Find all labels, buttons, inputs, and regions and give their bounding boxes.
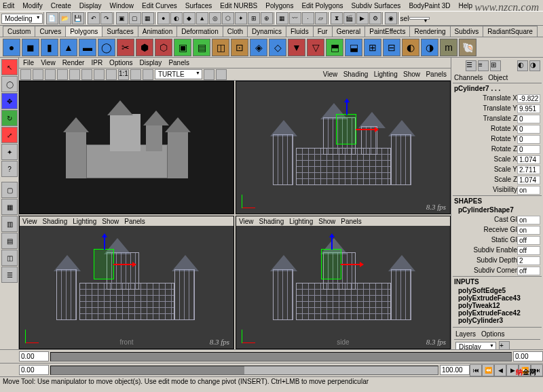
rv-pause-icon[interactable] bbox=[204, 69, 214, 80]
rv-render[interactable]: Render bbox=[62, 59, 85, 66]
ch-icon[interactable]: ◑ bbox=[529, 60, 540, 71]
lasso-tool[interactable]: ◯ bbox=[1, 76, 18, 92]
redo-icon[interactable]: ↷ bbox=[100, 12, 113, 24]
select-comp-icon[interactable]: ▦ bbox=[142, 12, 154, 24]
side-viewport[interactable]: View Shading Lighting Show Panels side 8… bbox=[236, 216, 451, 349]
render-globals-icon[interactable]: ⚙ bbox=[369, 12, 381, 24]
channel-row[interactable]: Scale X1.074 bbox=[453, 155, 542, 165]
mask-icon[interactable]: ⊕ bbox=[261, 12, 273, 24]
poly-tool-icon[interactable]: ▽ bbox=[307, 39, 324, 56]
play-start-icon[interactable]: ⏮ bbox=[470, 364, 482, 376]
tab-layers[interactable]: Layers bbox=[455, 330, 476, 338]
attr-value[interactable]: 9.951 bbox=[517, 104, 540, 113]
vp-show[interactable]: Show bbox=[102, 218, 119, 225]
menu-create[interactable]: Create bbox=[51, 2, 71, 9]
attr-value[interactable]: 0 bbox=[517, 145, 540, 154]
range-end-field[interactable]: 100.00 bbox=[440, 365, 470, 375]
mask-icon[interactable]: ◆ bbox=[183, 12, 195, 24]
poly-torus-icon[interactable]: ◯ bbox=[98, 39, 115, 56]
poly-tool-icon[interactable]: ⬓ bbox=[345, 39, 362, 56]
renderer-dropdown[interactable]: TURTLE bbox=[155, 69, 202, 79]
poly-cone-icon[interactable]: ▲ bbox=[60, 39, 77, 56]
attr-value[interactable]: on bbox=[517, 216, 540, 224]
mask-icon[interactable]: ⬡ bbox=[222, 12, 234, 24]
poly-tool-icon[interactable]: ◐ bbox=[402, 39, 419, 56]
rv-options[interactable]: Options bbox=[109, 59, 132, 66]
input-node[interactable]: polyExtrudeFace42 bbox=[458, 309, 542, 317]
select-obj-icon[interactable]: ▢ bbox=[129, 12, 141, 24]
vp-view[interactable]: View bbox=[323, 71, 338, 78]
poly-tool-icon[interactable]: ⬡ bbox=[155, 39, 172, 56]
rv-ipr[interactable]: IPR bbox=[91, 59, 102, 66]
shelf-tab-painteffects[interactable]: PaintEffects bbox=[364, 26, 410, 37]
shelf-tab-dynamics[interactable]: Dynamics bbox=[247, 26, 286, 37]
poly-tool-icon[interactable]: ◑ bbox=[421, 39, 438, 56]
shelf-tab-curves[interactable]: Curves bbox=[35, 26, 66, 37]
attr-value[interactable]: off bbox=[517, 267, 540, 275]
select-hier-icon[interactable]: ▣ bbox=[116, 12, 128, 24]
mask-icon[interactable]: ▲ bbox=[196, 12, 208, 24]
shape-name[interactable]: pCylinderShape7 bbox=[453, 206, 542, 215]
input-node[interactable]: polySoftEdge5 bbox=[458, 287, 542, 294]
mask-icon[interactable]: ◐ bbox=[170, 12, 183, 24]
vp-panels[interactable]: Panels bbox=[341, 218, 362, 225]
vp-lighting[interactable]: Lighting bbox=[73, 218, 96, 225]
rv-1to1-icon[interactable]: 1:1 bbox=[118, 69, 129, 80]
vp-shading[interactable]: Shading bbox=[343, 71, 369, 78]
poly-tool-icon[interactable]: ◈ bbox=[250, 39, 267, 56]
vp-panels[interactable]: Panels bbox=[124, 218, 145, 225]
snap-curve-icon[interactable]: 〰 bbox=[289, 12, 301, 24]
poly-tool-icon[interactable]: ◫ bbox=[212, 39, 229, 56]
rv-globals-icon[interactable] bbox=[106, 69, 117, 80]
range-track[interactable] bbox=[50, 366, 438, 375]
poly-tool-icon[interactable]: ◇ bbox=[269, 39, 286, 56]
poly-tool-icon[interactable]: ⊟ bbox=[383, 39, 400, 56]
hypershade-icon[interactable]: ◉ bbox=[385, 12, 397, 24]
ch-icon[interactable]: ☰ bbox=[466, 60, 476, 71]
attr-value[interactable]: on bbox=[517, 186, 540, 195]
channel-row[interactable]: Visibilityon bbox=[453, 185, 542, 195]
vp-lighting[interactable]: Lighting bbox=[289, 218, 313, 225]
range-start-field[interactable]: 0.00 bbox=[19, 365, 49, 375]
input-node[interactable]: polyCylinder3 bbox=[458, 317, 542, 324]
input-node[interactable]: polyTweak12 bbox=[458, 302, 542, 309]
mask-icon[interactable]: ◎ bbox=[209, 12, 221, 24]
channel-row[interactable]: Static GIoff bbox=[453, 235, 542, 246]
render-icon[interactable]: 🎬 bbox=[343, 12, 356, 24]
time-track[interactable] bbox=[50, 352, 512, 361]
vp-shading[interactable]: Shading bbox=[259, 218, 284, 225]
channel-row[interactable]: Receive GIon bbox=[453, 225, 542, 235]
attr-value[interactable]: 2 bbox=[517, 256, 540, 265]
rv-keep-icon[interactable] bbox=[81, 69, 92, 80]
snap-plane-icon[interactable]: ▱ bbox=[315, 12, 327, 24]
time-cur-field[interactable]: 0.00 bbox=[513, 351, 543, 361]
menu-polygons[interactable]: Polygons bbox=[265, 2, 293, 9]
poly-tool-icon[interactable]: ✂ bbox=[117, 39, 134, 56]
layout-four-icon[interactable]: ▦ bbox=[1, 199, 18, 215]
shelf-tab-fluids[interactable]: Fluids bbox=[286, 26, 314, 37]
rv-close-icon[interactable] bbox=[143, 69, 153, 80]
last-tool[interactable]: ? bbox=[1, 161, 18, 177]
rv-file[interactable]: File bbox=[23, 59, 34, 66]
menu-help[interactable]: Help bbox=[459, 2, 473, 9]
shelf-tab-fur[interactable]: Fur bbox=[313, 26, 333, 37]
menu-edit[interactable]: Edit bbox=[3, 2, 14, 9]
tab-options[interactable]: Options bbox=[481, 330, 504, 338]
shelf-tab-cloth[interactable]: Cloth bbox=[223, 26, 248, 37]
channel-row[interactable]: Subdiv Depth2 bbox=[453, 256, 542, 266]
shelf-tab-custom[interactable]: Custom bbox=[3, 26, 35, 37]
menu-surfaces[interactable]: Surfaces bbox=[185, 2, 212, 9]
vp-view[interactable]: View bbox=[22, 218, 37, 225]
script-icon[interactable]: 🐚 bbox=[459, 39, 476, 56]
new-layer-icon[interactable]: + bbox=[499, 341, 510, 349]
poly-tool-icon[interactable]: ⊡ bbox=[231, 39, 248, 56]
shelf-tab-surfaces[interactable]: Surfaces bbox=[102, 26, 138, 37]
play-back-icon[interactable]: ◀ bbox=[494, 364, 506, 376]
select-tool[interactable]: ↖ bbox=[1, 59, 18, 75]
menu-subdiv[interactable]: Subdiv Surfaces bbox=[352, 2, 401, 9]
save-scene-icon[interactable]: 💾 bbox=[72, 12, 84, 24]
channel-row[interactable]: Subdiv Corneroff bbox=[453, 266, 542, 276]
mask-icon[interactable]: ● bbox=[157, 12, 170, 24]
rv-ipr-icon[interactable] bbox=[45, 69, 56, 80]
rv-display-icon[interactable] bbox=[130, 69, 141, 80]
